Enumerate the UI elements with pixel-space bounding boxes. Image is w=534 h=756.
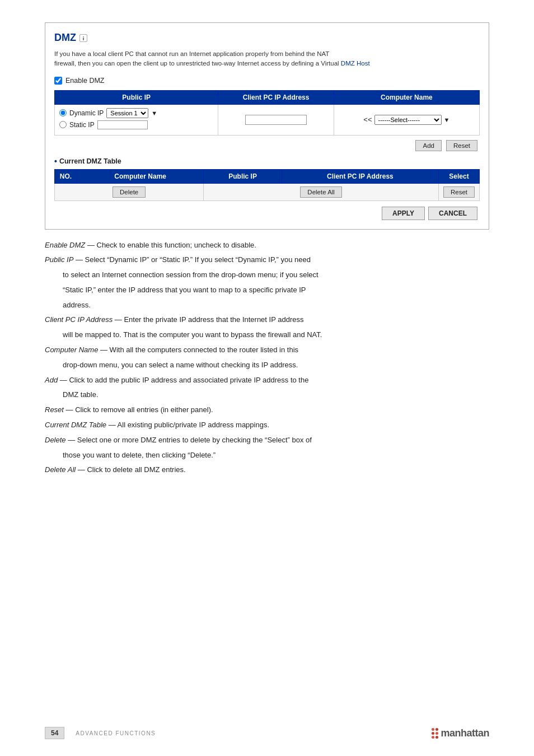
computer-select-arrow-icon: ▼ xyxy=(444,116,450,123)
dmz-title: DMZ i xyxy=(54,32,480,44)
dot5 xyxy=(432,736,434,739)
reset-top-button[interactable]: Reset xyxy=(446,140,477,151)
cancel-button[interactable]: CANCEL xyxy=(428,207,477,220)
th-computer-name: Computer Name xyxy=(334,90,479,104)
desc-add: Add — Click to add the public IP address… xyxy=(45,375,489,386)
th-client-ip: Client PC IP Address xyxy=(218,90,334,104)
desc-client-ip-cont: will be mapped to. That is the computer … xyxy=(45,329,489,341)
manhattan-logo: manhattan xyxy=(432,727,489,739)
dmz-host-link[interactable]: DMZ Host xyxy=(341,60,370,67)
dropdown-arrow-icon: ▼ xyxy=(151,110,157,116)
static-ip-row: Static IP xyxy=(59,120,213,129)
client-ip-cell xyxy=(218,104,334,135)
th2-select: Select xyxy=(438,169,479,183)
desc-computer-name-cont: drop-down menu, you can select a name wi… xyxy=(45,360,489,371)
add-button[interactable]: Add xyxy=(415,140,441,151)
footer-left: 54 ADVANCED FUNCTIONS xyxy=(45,727,156,739)
public-ip-cell: Dynamic IP Session 1 ▼ Static IP xyxy=(55,104,218,135)
th2-computer-name: Computer Name xyxy=(77,169,204,183)
desc-term-add: Add xyxy=(45,376,58,384)
dot3 xyxy=(432,732,434,735)
add-reset-row: Add Reset xyxy=(54,140,480,151)
dmz-input-table: Public IP Client PC IP Address Computer … xyxy=(54,90,480,136)
desc-term-computer-name: Computer Name xyxy=(45,346,98,354)
dynamic-ip-label: Dynamic IP xyxy=(69,109,104,117)
delete-cell: Delete xyxy=(55,183,204,200)
page-footer: 54 ADVANCED FUNCTIONS manhattan xyxy=(0,727,534,739)
bullet-icon: • xyxy=(54,157,57,166)
dot4 xyxy=(435,732,438,735)
dmz-table-delete-row: Delete Delete All Reset xyxy=(55,183,480,200)
computer-name-row: << ------Select------ ▼ xyxy=(339,115,475,125)
dot2 xyxy=(435,728,438,731)
computer-name-select[interactable]: ------Select------ xyxy=(374,115,442,125)
enable-dmz-label: Enable DMZ xyxy=(65,77,104,85)
apply-button[interactable]: APPLY xyxy=(382,207,425,220)
desc-term-client-ip: Client PC IP Address xyxy=(45,315,113,324)
desc-public-ip: Public IP — Select “Dynamic IP” or “Stat… xyxy=(45,254,489,266)
dot1 xyxy=(432,728,434,731)
desc-term-delete: Delete xyxy=(45,436,66,444)
dmz-info-icon[interactable]: i xyxy=(79,34,87,42)
desc-term-enable-dmz: Enable DMZ xyxy=(45,241,85,249)
computer-name-cell: << ------Select------ ▼ xyxy=(334,104,479,135)
current-dmz-label: • Current DMZ Table xyxy=(54,157,480,166)
delete-all-cell: Delete All xyxy=(204,183,439,200)
desc-term-current-dmz: Current DMZ Table xyxy=(45,421,106,429)
desc-delete-cont: those you want to delete, then clicking … xyxy=(45,450,489,461)
reset-bottom-button[interactable]: Reset xyxy=(443,186,475,198)
desc-term-public-ip: Public IP xyxy=(45,255,73,264)
dmz-panel: DMZ i If you have a local client PC that… xyxy=(45,22,489,230)
reset-bottom-cell: Reset xyxy=(438,183,479,200)
dynamic-ip-row: Dynamic IP Session 1 ▼ xyxy=(59,108,213,118)
desc-term-reset: Reset xyxy=(45,405,64,414)
th2-no: NO. xyxy=(55,169,77,183)
desc-delete-all: Delete All — Click to delete all DMZ ent… xyxy=(45,464,489,476)
th2-public-ip: Public IP xyxy=(204,169,282,183)
static-ip-label: Static IP xyxy=(69,121,95,129)
desc-term-delete-all: Delete All xyxy=(45,465,76,474)
desc-public-ip-cont3: address. xyxy=(45,300,489,311)
th-public-ip: Public IP xyxy=(55,90,218,104)
description-block: Enable DMZ — Check to enable this functi… xyxy=(45,240,489,477)
enable-dmz-row: Enable DMZ xyxy=(54,77,480,85)
desc-public-ip-cont2: “Static IP,” enter the IP address that y… xyxy=(45,284,489,296)
enable-dmz-checkbox[interactable] xyxy=(54,77,62,85)
dynamic-ip-radio[interactable] xyxy=(59,109,67,116)
desc-current-dmz: Current DMZ Table — All existing public/… xyxy=(45,419,489,431)
desc-enable-dmz: Enable DMZ — Check to enable this functi… xyxy=(45,240,489,251)
desc-delete: Delete — Select one or more DMZ entries … xyxy=(45,435,489,446)
desc-client-ip: Client PC IP Address — Enter the private… xyxy=(45,314,489,326)
session-select[interactable]: Session 1 xyxy=(106,108,148,118)
static-ip-input[interactable] xyxy=(97,120,148,129)
delete-all-button[interactable]: Delete All xyxy=(300,186,342,198)
desc-reset: Reset — Click to remove all entries (in … xyxy=(45,404,489,416)
desc-public-ip-cont1: to select an Internet connection session… xyxy=(45,269,489,281)
th2-client-ip: Client PC IP Address xyxy=(282,169,438,183)
static-ip-radio[interactable] xyxy=(59,121,67,128)
current-dmz-table: NO. Computer Name Public IP Client PC IP… xyxy=(54,169,480,201)
page-number: 54 xyxy=(45,727,64,739)
dmz-description: If you have a local client PC that canno… xyxy=(54,49,480,69)
apply-cancel-row: APPLY CANCEL xyxy=(54,204,480,222)
desc-computer-name: Computer Name — With all the computers c… xyxy=(45,344,489,356)
dmz-title-text: DMZ xyxy=(54,32,76,44)
manhattan-text: manhattan xyxy=(441,727,489,739)
desc-add-cont: DMZ table. xyxy=(45,389,489,401)
lt-lt-label: << xyxy=(363,115,372,124)
client-ip-input[interactable] xyxy=(245,115,307,125)
footer-label: ADVANCED FUNCTIONS xyxy=(76,730,156,736)
dot6 xyxy=(435,736,438,739)
manhattan-dots-icon xyxy=(432,728,438,739)
delete-button[interactable]: Delete xyxy=(113,186,146,198)
